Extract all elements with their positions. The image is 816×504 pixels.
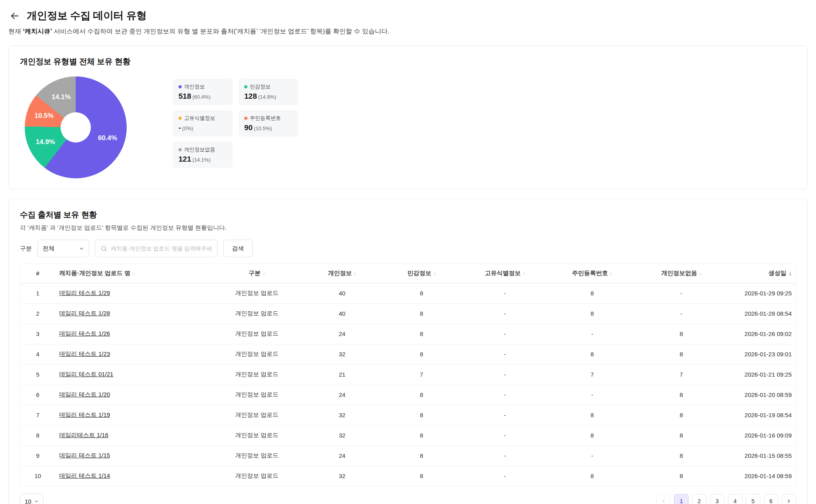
column-header[interactable]: 구분↑↓ bbox=[210, 264, 304, 283]
upload-name-link[interactable]: 데일리 테스트 1/23 bbox=[59, 350, 110, 357]
table-cell: 8 bbox=[381, 385, 462, 405]
table-row: 6데일리 테스트 1/20개인정보 업로드248--82026-01-20 08… bbox=[20, 385, 796, 405]
column-header[interactable]: 주민등록번호↑↓ bbox=[547, 264, 637, 283]
column-header[interactable]: 캐치폼·개인정보 업로드 명↑↓ bbox=[55, 264, 210, 283]
table-cell: 7 bbox=[381, 364, 462, 385]
upload-name-link[interactable]: 데일리 테스트 1/15 bbox=[59, 452, 110, 459]
upload-name-link[interactable]: 데일리 테스트 1/28 bbox=[59, 310, 110, 316]
upload-name-link[interactable]: 데일리 테스트 1/20 bbox=[59, 391, 110, 398]
column-header[interactable]: 개인정보없음↑↓ bbox=[637, 264, 726, 283]
pagination: 123456 bbox=[656, 494, 796, 504]
table-cell: 7 bbox=[20, 405, 55, 425]
upload-name-link[interactable]: 데일리 테스트 1/26 bbox=[59, 330, 110, 337]
page-6-button[interactable]: 6 bbox=[764, 494, 778, 504]
upload-name-link[interactable]: 데일리 테스트 01/21 bbox=[59, 371, 114, 377]
table-cell: 개인정보 업로드 bbox=[210, 283, 304, 303]
legend-item: 고유식별정보-(0%) bbox=[173, 110, 233, 137]
next-page-button[interactable] bbox=[782, 494, 796, 504]
column-header-label: 주민등록번호 bbox=[572, 270, 608, 276]
table-cell: 32 bbox=[303, 344, 381, 364]
column-header[interactable]: 개인정보↑↓ bbox=[303, 264, 381, 283]
table-row: 7데일리 테스트 1/19개인정보 업로드328-882026-01-19 08… bbox=[20, 405, 796, 425]
arrow-left-icon bbox=[9, 10, 20, 21]
table-cell: 1 bbox=[20, 283, 55, 303]
table-cell: 2 bbox=[20, 303, 55, 324]
page-1-button[interactable]: 1 bbox=[674, 494, 688, 504]
prev-page-button[interactable] bbox=[656, 494, 671, 504]
sort-icon[interactable]: ↑↓ bbox=[433, 271, 436, 276]
search-button[interactable]: 검색 bbox=[223, 240, 253, 257]
sort-icon[interactable]: ↑↓ bbox=[262, 271, 265, 276]
legend-value: 128(14.9%) bbox=[244, 92, 293, 101]
legend-head: 개인정보없음 bbox=[178, 146, 227, 153]
column-header[interactable]: 민감정보↑↓ bbox=[381, 264, 462, 283]
table-row: 9데일리 테스트 1/15개인정보 업로드248--82026-01-15 08… bbox=[20, 445, 796, 466]
column-header-label: 개인정보없음 bbox=[661, 270, 697, 276]
sort-desc-icon[interactable]: ↓ bbox=[789, 270, 792, 276]
upload-name-link[interactable]: 데일리테스트 1/16 bbox=[59, 432, 108, 438]
sort-icon[interactable]: ↑↓ bbox=[353, 271, 356, 276]
legend-pct: (0%) bbox=[182, 125, 193, 131]
subtitle-service-name: ‘캐치시큐’ bbox=[23, 28, 52, 35]
sort-icon[interactable]: ↑↓ bbox=[132, 271, 135, 276]
page-5-button[interactable]: 5 bbox=[746, 494, 760, 504]
table-cell: 8 bbox=[547, 344, 637, 364]
page-2-button[interactable]: 2 bbox=[692, 494, 706, 504]
table-row: 1데일리 테스트 1/29개인정보 업로드408-8-2026-01-29 09… bbox=[20, 283, 796, 303]
table-cell: 7 bbox=[637, 364, 726, 385]
back-button[interactable] bbox=[8, 10, 21, 22]
sort-icon[interactable]: ↑↓ bbox=[610, 271, 612, 276]
legend-head: 고유식별정보 bbox=[178, 115, 227, 122]
chart-legend: 개인정보518(60.4%)민감정보128(14.9%)고유식별정보-(0%)주… bbox=[173, 79, 298, 168]
donut-slice-label: 10.5% bbox=[34, 112, 53, 120]
subtitle-prefix: 현재 bbox=[8, 28, 23, 35]
table-cell: - bbox=[547, 385, 637, 405]
upload-name-link[interactable]: 데일리 테스트 1/14 bbox=[59, 472, 110, 479]
page-4-button[interactable]: 4 bbox=[728, 494, 742, 504]
table-cell: 8 bbox=[637, 445, 726, 466]
table-cell: 개인정보 업로드 bbox=[210, 466, 304, 486]
table-cell: 2026-01-26 09:02 bbox=[726, 324, 796, 344]
table-row: 5데일리 테스트 01/21개인정보 업로드217-772026-01-21 0… bbox=[20, 364, 796, 385]
table-cell: 개인정보 업로드 bbox=[210, 445, 304, 466]
type-filter-select[interactable]: 전체 bbox=[37, 240, 89, 257]
legend-item: 개인정보없음121(14.1%) bbox=[173, 142, 233, 168]
table-row: 2데일리 테스트 1/28개인정보 업로드408-8-2026-01-28 08… bbox=[20, 303, 796, 324]
table-cell: 32 bbox=[303, 466, 381, 486]
table-row: 4데일리 테스트 1/23개인정보 업로드328-882026-01-23 09… bbox=[20, 344, 796, 364]
upload-name-cell: 데일리테스트 1/16 bbox=[55, 425, 210, 445]
table-cell: - bbox=[462, 283, 547, 303]
table-cell: 8 bbox=[381, 466, 462, 486]
donut-slice-label: 14.1% bbox=[51, 93, 71, 101]
table-cell: 8 bbox=[637, 405, 726, 425]
table-cell: 8 bbox=[637, 466, 726, 486]
legend-head: 개인정보 bbox=[178, 83, 227, 90]
table-cell: 개인정보 업로드 bbox=[210, 385, 304, 405]
page-3-button[interactable]: 3 bbox=[710, 494, 724, 504]
page-title: 개인정보 수집 데이터 유형 bbox=[27, 9, 147, 23]
sort-icon[interactable]: ↑↓ bbox=[522, 271, 525, 276]
table-cell: - bbox=[462, 466, 547, 486]
legend-color-dot bbox=[178, 148, 182, 151]
table-cell: - bbox=[462, 405, 547, 425]
upload-name-link[interactable]: 데일리 테스트 1/29 bbox=[59, 289, 110, 296]
page-size-select[interactable]: 10 bbox=[20, 494, 43, 504]
legend-item: 주민등록번호90(10.5%) bbox=[239, 110, 298, 137]
column-header[interactable]: 생성일↓ bbox=[726, 264, 796, 283]
table-cell: - bbox=[547, 324, 637, 344]
legend-item: 민감정보128(14.9%) bbox=[239, 79, 298, 105]
column-header[interactable]: 고유식별정보↑↓ bbox=[462, 264, 547, 283]
table-cell: 개인정보 업로드 bbox=[210, 324, 304, 344]
table-head: #캐치폼·개인정보 업로드 명↑↓구분↑↓개인정보↑↓민감정보↑↓고유식별정보↑… bbox=[20, 264, 796, 283]
table-cell: 8 bbox=[547, 466, 637, 486]
sort-icon[interactable]: ↑↓ bbox=[698, 271, 701, 276]
legend-color-dot bbox=[178, 85, 182, 88]
search-input[interactable] bbox=[111, 245, 212, 252]
page-header: 개인정보 수집 데이터 유형 bbox=[8, 9, 808, 23]
legend-pct: (60.4%) bbox=[192, 94, 211, 100]
donut-slice-label: 60.4% bbox=[98, 134, 117, 142]
upload-name-link[interactable]: 데일리 테스트 1/19 bbox=[59, 411, 110, 418]
legend-label: 주민등록번호 bbox=[250, 115, 281, 122]
table-cell: 3 bbox=[20, 324, 55, 344]
legend-value: 518(60.4%) bbox=[178, 92, 227, 101]
